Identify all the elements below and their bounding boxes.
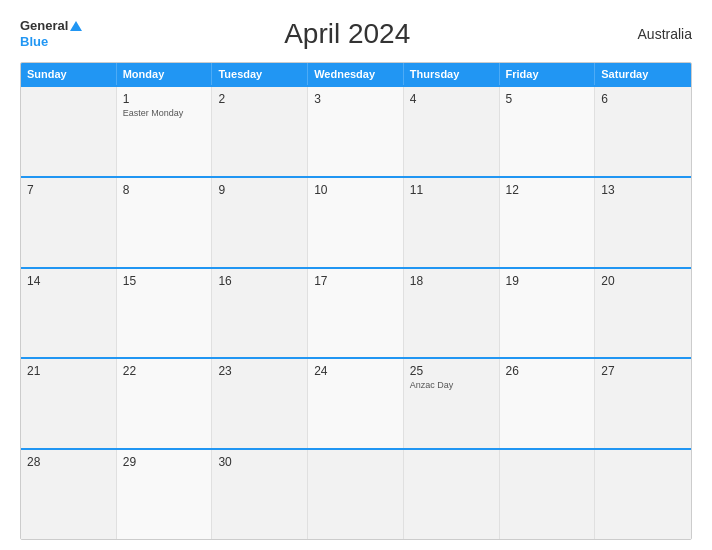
cal-cell-4-5	[500, 450, 596, 539]
calendar-row-3: 2122232425Anzac Day2627	[21, 357, 691, 448]
day-number: 22	[123, 364, 206, 378]
day-number: 11	[410, 183, 493, 197]
cal-cell-0-4: 4	[404, 87, 500, 176]
cal-cell-3-1: 22	[117, 359, 213, 448]
day-number: 9	[218, 183, 301, 197]
cal-cell-2-1: 15	[117, 269, 213, 358]
day-number: 15	[123, 274, 206, 288]
day-number: 16	[218, 274, 301, 288]
day-number: 2	[218, 92, 301, 106]
cal-cell-4-2: 30	[212, 450, 308, 539]
calendar-header: Sunday Monday Tuesday Wednesday Thursday…	[21, 63, 691, 85]
day-number: 10	[314, 183, 397, 197]
cal-cell-2-2: 16	[212, 269, 308, 358]
cal-cell-3-3: 24	[308, 359, 404, 448]
cal-cell-4-0: 28	[21, 450, 117, 539]
cal-cell-3-6: 27	[595, 359, 691, 448]
day-number: 6	[601, 92, 685, 106]
cal-cell-0-3: 3	[308, 87, 404, 176]
header-sunday: Sunday	[21, 63, 117, 85]
day-number: 30	[218, 455, 301, 469]
cal-cell-2-0: 14	[21, 269, 117, 358]
day-number: 5	[506, 92, 589, 106]
logo-general: General	[20, 19, 68, 33]
cal-cell-2-4: 18	[404, 269, 500, 358]
cal-cell-2-5: 19	[500, 269, 596, 358]
header-saturday: Saturday	[595, 63, 691, 85]
calendar: Sunday Monday Tuesday Wednesday Thursday…	[20, 62, 692, 540]
cal-cell-2-6: 20	[595, 269, 691, 358]
cal-cell-0-2: 2	[212, 87, 308, 176]
cal-cell-3-0: 21	[21, 359, 117, 448]
day-number: 17	[314, 274, 397, 288]
day-number: 4	[410, 92, 493, 106]
cal-cell-1-3: 10	[308, 178, 404, 267]
cal-cell-1-6: 13	[595, 178, 691, 267]
logo-blue: Blue	[20, 34, 48, 49]
header-tuesday: Tuesday	[212, 63, 308, 85]
cal-cell-2-3: 17	[308, 269, 404, 358]
day-number: 26	[506, 364, 589, 378]
holiday-label: Easter Monday	[123, 108, 206, 118]
day-number: 3	[314, 92, 397, 106]
day-number: 8	[123, 183, 206, 197]
calendar-body: 1Easter Monday23456789101112131415161718…	[21, 85, 691, 539]
calendar-row-4: 282930	[21, 448, 691, 539]
day-number: 19	[506, 274, 589, 288]
calendar-row-0: 1Easter Monday23456	[21, 85, 691, 176]
cal-cell-3-2: 23	[212, 359, 308, 448]
cal-cell-4-1: 29	[117, 450, 213, 539]
country-label: Australia	[612, 26, 692, 42]
cal-cell-4-3	[308, 450, 404, 539]
day-number: 29	[123, 455, 206, 469]
day-number: 1	[123, 92, 206, 106]
cal-cell-1-5: 12	[500, 178, 596, 267]
cal-cell-0-0	[21, 87, 117, 176]
cal-cell-4-6	[595, 450, 691, 539]
calendar-row-2: 14151617181920	[21, 267, 691, 358]
day-number: 21	[27, 364, 110, 378]
header-friday: Friday	[500, 63, 596, 85]
page: General Blue April 2024 Australia Sunday…	[0, 0, 712, 550]
day-number: 28	[27, 455, 110, 469]
day-number: 20	[601, 274, 685, 288]
holiday-label: Anzac Day	[410, 380, 493, 390]
header: General Blue April 2024 Australia	[20, 18, 692, 50]
cal-cell-0-6: 6	[595, 87, 691, 176]
cal-cell-1-0: 7	[21, 178, 117, 267]
cal-cell-0-1: 1Easter Monday	[117, 87, 213, 176]
cal-cell-0-5: 5	[500, 87, 596, 176]
cal-cell-1-1: 8	[117, 178, 213, 267]
day-number: 25	[410, 364, 493, 378]
day-number: 13	[601, 183, 685, 197]
header-thursday: Thursday	[404, 63, 500, 85]
calendar-row-1: 78910111213	[21, 176, 691, 267]
day-number: 7	[27, 183, 110, 197]
header-wednesday: Wednesday	[308, 63, 404, 85]
logo: General Blue	[20, 19, 82, 48]
day-number: 24	[314, 364, 397, 378]
day-number: 12	[506, 183, 589, 197]
month-title: April 2024	[82, 18, 612, 50]
cal-cell-3-5: 26	[500, 359, 596, 448]
cal-cell-3-4: 25Anzac Day	[404, 359, 500, 448]
day-number: 23	[218, 364, 301, 378]
cal-cell-1-2: 9	[212, 178, 308, 267]
cal-cell-4-4	[404, 450, 500, 539]
day-number: 14	[27, 274, 110, 288]
logo-triangle-icon	[70, 21, 82, 31]
day-number: 18	[410, 274, 493, 288]
day-number: 27	[601, 364, 685, 378]
header-monday: Monday	[117, 63, 213, 85]
cal-cell-1-4: 11	[404, 178, 500, 267]
